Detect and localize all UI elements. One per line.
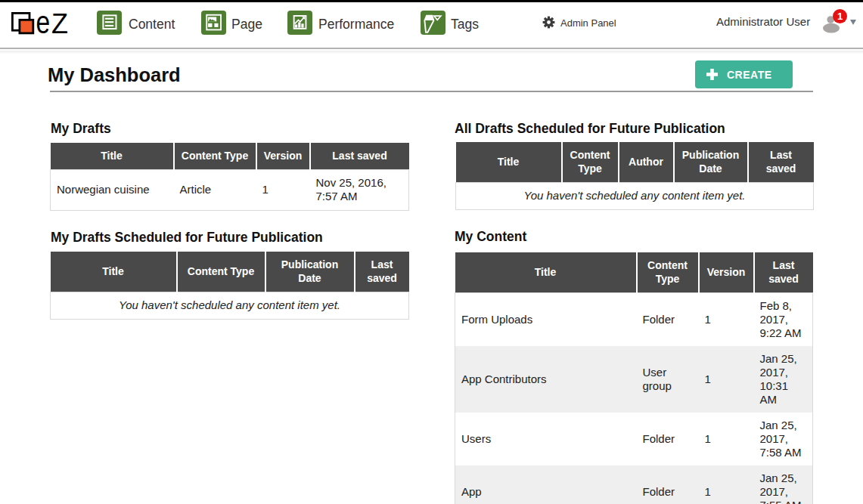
svg-text:Z: Z — [51, 9, 68, 36]
svg-text:e: e — [36, 9, 50, 36]
